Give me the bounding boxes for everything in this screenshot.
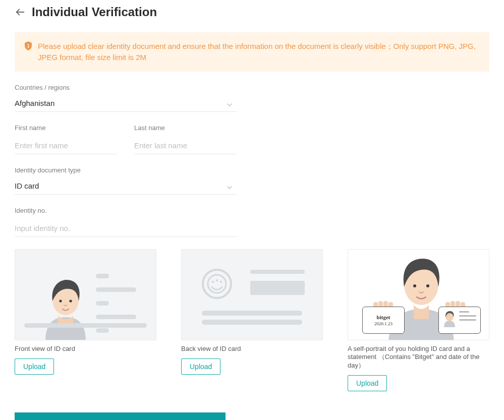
identity-no-input[interactable]	[15, 222, 237, 237]
id-front-bottom-bar-icon	[24, 323, 147, 328]
country-value: Afghanistan	[15, 99, 237, 112]
upload-self-button[interactable]: Upload	[348, 375, 387, 391]
svg-point-6	[203, 270, 231, 298]
svg-point-10	[220, 280, 222, 282]
doc-type-value: ID card	[15, 182, 237, 195]
doc-type-label: Identity document type	[15, 166, 237, 174]
upload-front-button[interactable]: Upload	[15, 358, 54, 375]
notice-text: Please upload clear identity document an…	[38, 41, 480, 63]
id-front-preview	[15, 249, 156, 340]
country-label: Countries / regions	[15, 84, 237, 91]
svg-point-9	[216, 279, 218, 281]
first-name-field: First name	[15, 124, 117, 154]
svg-point-5	[69, 299, 72, 302]
last-name-input[interactable]	[134, 139, 237, 154]
svg-point-1	[28, 44, 29, 45]
id-front-lines-icon	[96, 274, 147, 340]
self-portrait-caption: A self-portrait of you holding ID card a…	[348, 345, 489, 371]
upload-notice: Please upload clear identity document an…	[15, 32, 489, 72]
id-back-lines-icon	[250, 270, 309, 295]
mini-avatar-icon	[443, 311, 456, 327]
first-name-input[interactable]	[15, 139, 117, 154]
last-name-label: Last name	[134, 124, 237, 132]
svg-point-13	[426, 284, 429, 287]
id-back-bar1-icon	[202, 311, 302, 316]
identity-no-label: Identity no.	[15, 207, 237, 214]
statement-card-illustration: bitget 2020.1.23	[362, 307, 405, 334]
country-select[interactable]: Afghanistan	[15, 99, 237, 112]
svg-point-8	[212, 280, 214, 282]
id-back-preview	[181, 249, 323, 340]
svg-point-4	[59, 299, 62, 302]
submit-button[interactable]: Submit	[15, 412, 226, 420]
id-back-caption: Back view of ID card	[181, 345, 323, 353]
page-title: Individual Verification	[32, 5, 157, 19]
country-field: Countries / regions Afghanistan	[15, 84, 237, 112]
id-front-caption: Front view of ID card	[15, 345, 156, 353]
seal-icon	[201, 268, 233, 302]
avatar-illustration-icon	[40, 276, 91, 340]
id-back-bar2-icon	[202, 320, 302, 325]
upload-back-button[interactable]: Upload	[181, 358, 220, 375]
statement-brand: bitget	[377, 314, 390, 320]
doc-type-field: Identity document type ID card	[15, 166, 237, 195]
shield-info-icon	[24, 41, 32, 50]
svg-point-12	[413, 284, 416, 287]
svg-rect-2	[28, 45, 29, 48]
first-name-label: First name	[15, 124, 117, 132]
back-arrow-icon[interactable]	[15, 7, 26, 18]
last-name-field: Last name	[134, 124, 237, 154]
self-portrait-preview: bitget 2020.1.23	[348, 249, 489, 340]
statement-date: 2020.1.23	[374, 321, 393, 326]
doc-type-select[interactable]: ID card	[15, 182, 237, 195]
identity-no-field: Identity no.	[15, 207, 237, 237]
mini-id-illustration	[438, 307, 481, 334]
